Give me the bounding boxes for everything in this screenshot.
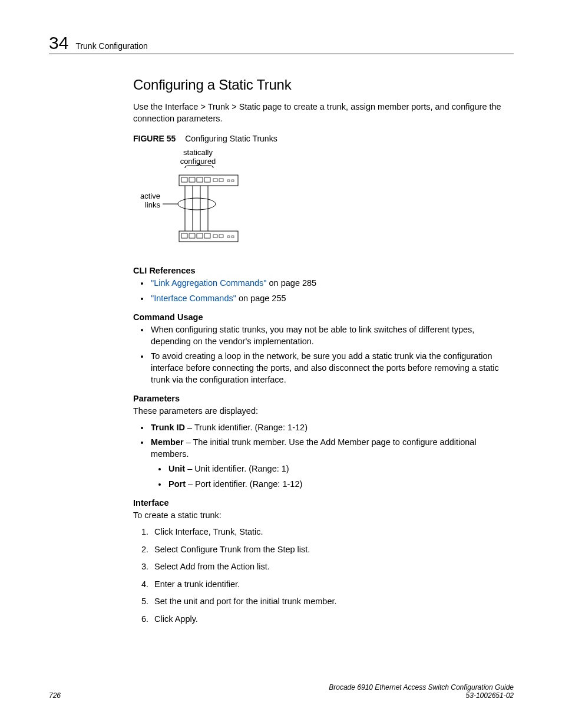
list-item: "Link Aggregation Commands" on page 285 bbox=[150, 278, 515, 289]
svg-rect-3 bbox=[197, 177, 203, 182]
page-footer: 726 Brocade 6910 Ethernet Access Switch … bbox=[49, 683, 514, 700]
param-desc: – Trunk identifier. (Range: 1-12) bbox=[185, 423, 308, 432]
svg-rect-17 bbox=[189, 233, 195, 238]
svg-rect-22 bbox=[227, 236, 230, 238]
figure-diagram: statically configured bbox=[133, 147, 515, 255]
interface-heading: Interface bbox=[133, 498, 515, 508]
chapter-number: 34 bbox=[49, 34, 68, 52]
parameters-intro: These parameters are displayed: bbox=[133, 406, 515, 417]
figure-caption-text: Configuring Static Trunks bbox=[185, 134, 277, 143]
list-item: When configuring static trunks, you may … bbox=[150, 324, 515, 347]
step-item: Select Configure Trunk from the Step lis… bbox=[151, 544, 515, 556]
figure-top-label-line1: statically bbox=[183, 148, 213, 157]
interface-intro: To create a static trunk: bbox=[133, 510, 515, 522]
svg-rect-23 bbox=[232, 236, 234, 238]
list-item: To avoid creating a loop in the network,… bbox=[150, 351, 515, 386]
figure-caption: FIGURE 55 Configuring Static Trunks bbox=[133, 134, 515, 143]
link-suffix: on page 285 bbox=[267, 278, 317, 288]
svg-rect-7 bbox=[227, 180, 230, 182]
figure-side-label-line2: links bbox=[145, 200, 161, 209]
parameters-sublist: Unit – Unit identifier. (Range: 1) Port … bbox=[151, 463, 515, 490]
list-item: Member – The initial trunk member. Use t… bbox=[150, 437, 515, 490]
svg-rect-5 bbox=[213, 179, 217, 182]
footer-right: Brocade 6910 Ethernet Access Switch Conf… bbox=[329, 683, 514, 700]
param-term: Trunk ID bbox=[151, 423, 185, 432]
list-item: Unit – Unit identifier. (Range: 1) bbox=[167, 463, 515, 475]
svg-rect-18 bbox=[197, 233, 203, 238]
main-content: Configuring a Static Trunk Use the Inter… bbox=[133, 77, 515, 633]
figure-label: FIGURE 55 bbox=[133, 134, 176, 143]
svg-rect-8 bbox=[232, 180, 234, 182]
step-item: Click Interface, Trunk, Static. bbox=[151, 526, 515, 538]
param-desc: – Port identifier. (Range: 1-12) bbox=[186, 479, 302, 489]
step-item: Set the unit and port for the initial tr… bbox=[151, 596, 515, 608]
link-aggregation-commands-link[interactable]: "Link Aggregation Commands" bbox=[151, 278, 267, 288]
svg-rect-2 bbox=[189, 177, 195, 182]
svg-point-13 bbox=[178, 198, 216, 210]
step-item: Click Apply. bbox=[151, 614, 515, 625]
running-header: 34 Trunk Configuration bbox=[49, 34, 514, 54]
list-item: Trunk ID – Trunk identifier. (Range: 1-1… bbox=[150, 422, 515, 434]
list-item: Port – Port identifier. (Range: 1-12) bbox=[167, 479, 515, 490]
svg-rect-16 bbox=[181, 233, 187, 238]
page-number: 726 bbox=[49, 691, 61, 700]
command-usage-list: When configuring static trunks, you may … bbox=[133, 324, 515, 386]
link-suffix: on page 255 bbox=[236, 294, 286, 303]
cli-references-list: "Link Aggregation Commands" on page 285 … bbox=[133, 278, 515, 304]
parameters-heading: Parameters bbox=[133, 394, 515, 403]
interface-commands-link[interactable]: "Interface Commands" bbox=[151, 294, 236, 303]
figure-side-label-line1: active bbox=[140, 192, 160, 200]
section-heading: Configuring a Static Trunk bbox=[133, 77, 515, 93]
intro-paragraph: Use the Interface > Trunk > Static page … bbox=[133, 101, 515, 124]
parameters-list: Trunk ID – Trunk identifier. (Range: 1-1… bbox=[133, 422, 515, 490]
svg-rect-20 bbox=[213, 235, 217, 238]
interface-steps: Click Interface, Trunk, Static. Select C… bbox=[133, 526, 515, 625]
doc-number: 53-1002651-02 bbox=[329, 691, 514, 700]
chapter-title: Trunk Configuration bbox=[75, 42, 147, 52]
step-item: Enter a trunk identifier. bbox=[151, 579, 515, 591]
svg-rect-6 bbox=[219, 179, 223, 182]
step-item: Select Add from the Action list. bbox=[151, 561, 515, 573]
svg-rect-1 bbox=[181, 177, 187, 182]
command-usage-heading: Command Usage bbox=[133, 312, 515, 322]
list-item: "Interface Commands" on page 255 bbox=[150, 293, 515, 305]
param-desc: – The initial trunk member. Use the Add … bbox=[151, 437, 477, 459]
param-term: Member bbox=[151, 437, 184, 447]
svg-rect-19 bbox=[204, 233, 210, 238]
cli-references-heading: CLI References bbox=[133, 266, 515, 275]
svg-rect-21 bbox=[219, 235, 223, 238]
param-term: Unit bbox=[168, 464, 185, 473]
svg-rect-4 bbox=[204, 177, 210, 182]
figure-top-label-line2: configured bbox=[180, 157, 216, 166]
param-desc: – Unit identifier. (Range: 1) bbox=[185, 464, 289, 473]
doc-title: Brocade 6910 Ethernet Access Switch Conf… bbox=[329, 683, 514, 691]
param-term: Port bbox=[168, 479, 186, 489]
page: 34 Trunk Configuration Configuring a Sta… bbox=[0, 0, 562, 728]
